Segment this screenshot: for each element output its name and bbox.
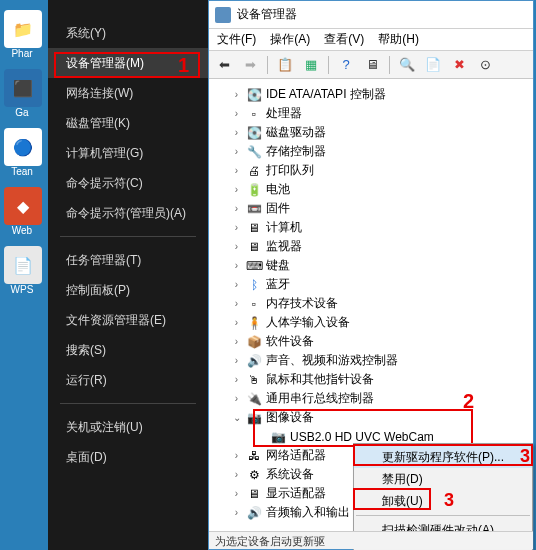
toolbar-btn[interactable]: ⊙: [474, 54, 496, 76]
desktop-icon-label: Tean: [0, 166, 44, 177]
context-menu-item[interactable]: 卸载(U): [354, 490, 532, 512]
status-bar: 为选定设备启动更新驱: [209, 531, 533, 549]
device-category-icon: 🧍: [246, 316, 262, 330]
expand-icon[interactable]: ›: [231, 336, 242, 347]
device-category-icon: 🔧: [246, 145, 262, 159]
device-tree-node[interactable]: ›🔊声音、视频和游戏控制器: [209, 351, 533, 370]
winx-menu-item[interactable]: 计算机管理(G): [48, 138, 208, 168]
scan-button[interactable]: 🔍: [396, 54, 418, 76]
device-label: 存储控制器: [266, 143, 326, 160]
menu-file[interactable]: 文件(F): [217, 31, 256, 48]
toolbar-btn[interactable]: 📋: [274, 54, 296, 76]
winx-menu-item[interactable]: 文件资源管理器(E): [48, 305, 208, 335]
expand-icon[interactable]: ›: [231, 203, 242, 214]
expand-icon[interactable]: ›: [231, 355, 242, 366]
expand-icon[interactable]: ›: [231, 279, 242, 290]
context-menu-item[interactable]: 更新驱动程序软件(P)...: [354, 446, 532, 468]
device-tree-node[interactable]: ›🔧存储控制器: [209, 142, 533, 161]
device-tree-node[interactable]: ›🔌通用串行总线控制器: [209, 389, 533, 408]
winx-menu-item[interactable]: 搜索(S): [48, 335, 208, 365]
expand-icon[interactable]: ⌄: [231, 412, 242, 423]
menu-view[interactable]: 查看(V): [324, 31, 364, 48]
menu-help[interactable]: 帮助(H): [378, 31, 419, 48]
winx-menu-item[interactable]: 关机或注销(U): [48, 412, 208, 442]
device-tree-node[interactable]: ›📼固件: [209, 199, 533, 218]
device-category-icon: ▫: [246, 107, 262, 121]
toolbar-btn[interactable]: 🖥: [361, 54, 383, 76]
device-tree-node[interactable]: ›📦软件设备: [209, 332, 533, 351]
device-label: 打印队列: [266, 162, 314, 179]
desktop-icon[interactable]: 🔵: [4, 128, 42, 166]
winx-menu-item[interactable]: 磁盘管理(K): [48, 108, 208, 138]
expand-icon[interactable]: ›: [231, 184, 242, 195]
device-label: 音频输入和输出: [266, 504, 350, 521]
toolbar-btn[interactable]: 📄: [422, 54, 444, 76]
desktop-icon-label: Web: [0, 225, 44, 236]
winx-menu-item[interactable]: 命令提示符(管理员)(A): [48, 198, 208, 228]
device-category-icon: ⚙: [246, 468, 262, 482]
device-tree-node[interactable]: ›🖱鼠标和其他指针设备: [209, 370, 533, 389]
device-tree-node[interactable]: ›🔋电池: [209, 180, 533, 199]
toolbar-btn[interactable]: ▦: [300, 54, 322, 76]
desktop-icon[interactable]: ◆: [4, 187, 42, 225]
desktop-icon[interactable]: 📁: [4, 10, 42, 48]
desktop-icon[interactable]: ⬛: [4, 69, 42, 107]
context-menu-item[interactable]: 禁用(D): [354, 468, 532, 490]
device-label: 磁盘驱动器: [266, 124, 326, 141]
desktop-icon-label: Ga: [0, 107, 44, 118]
expand-icon[interactable]: ›: [231, 127, 242, 138]
device-tree-node[interactable]: ›🖥监视器: [209, 237, 533, 256]
device-category-icon: 🔋: [246, 183, 262, 197]
expand-icon[interactable]: ›: [231, 298, 242, 309]
expand-icon[interactable]: ›: [231, 108, 242, 119]
device-category-icon: ᛒ: [246, 278, 262, 292]
forward-button[interactable]: ➡: [239, 54, 261, 76]
expand-icon[interactable]: ›: [231, 469, 242, 480]
device-label: 软件设备: [266, 333, 314, 350]
expand-icon[interactable]: ›: [231, 317, 242, 328]
help-button[interactable]: ?: [335, 54, 357, 76]
device-tree-node[interactable]: ›▫内存技术设备: [209, 294, 533, 313]
expand-icon[interactable]: ›: [231, 89, 242, 100]
device-label: 系统设备: [266, 466, 314, 483]
expand-icon[interactable]: ›: [231, 450, 242, 461]
expand-icon[interactable]: ›: [231, 488, 242, 499]
winx-menu-item[interactable]: 任务管理器(T): [48, 245, 208, 275]
titlebar[interactable]: 设备管理器: [209, 1, 533, 29]
device-tree-node[interactable]: ›💽磁盘驱动器: [209, 123, 533, 142]
winx-menu-item[interactable]: 命令提示符(C): [48, 168, 208, 198]
device-tree-node[interactable]: ›⌨键盘: [209, 256, 533, 275]
winx-menu-item[interactable]: 系统(Y): [48, 18, 208, 48]
desktop-icon[interactable]: 📄: [4, 246, 42, 284]
expand-icon[interactable]: ›: [231, 260, 242, 271]
device-category-icon: 📷: [270, 430, 286, 444]
expand-icon[interactable]: ›: [231, 374, 242, 385]
expand-icon[interactable]: ›: [231, 222, 242, 233]
menubar: 文件(F) 操作(A) 查看(V) 帮助(H): [209, 29, 533, 51]
device-category-icon: 🖱: [246, 373, 262, 387]
back-button[interactable]: ⬅: [213, 54, 235, 76]
device-category-icon: 🖥: [246, 221, 262, 235]
device-label: 图像设备: [266, 409, 314, 426]
winx-menu-item[interactable]: 运行(R): [48, 365, 208, 395]
device-tree-node[interactable]: ›🖥计算机: [209, 218, 533, 237]
device-category-icon: 📼: [246, 202, 262, 216]
winx-menu-item[interactable]: 控制面板(P): [48, 275, 208, 305]
device-tree-node[interactable]: ›▫处理器: [209, 104, 533, 123]
device-tree-node[interactable]: ›ᛒ蓝牙: [209, 275, 533, 294]
device-tree-node[interactable]: ›💽IDE ATA/ATAPI 控制器: [209, 85, 533, 104]
expand-icon[interactable]: ›: [231, 241, 242, 252]
expand-icon[interactable]: ›: [231, 393, 242, 404]
uninstall-button[interactable]: ✖: [448, 54, 470, 76]
winx-menu-item[interactable]: 设备管理器(M): [48, 48, 208, 78]
device-tree-node[interactable]: ⌄📷图像设备: [209, 408, 533, 427]
expand-icon[interactable]: ›: [231, 507, 242, 518]
winx-menu-item[interactable]: 网络连接(W): [48, 78, 208, 108]
expand-icon[interactable]: ›: [231, 165, 242, 176]
expand-icon[interactable]: ›: [231, 146, 242, 157]
device-tree-node[interactable]: ›🧍人体学输入设备: [209, 313, 533, 332]
device-tree-node[interactable]: ›🖨打印队列: [209, 161, 533, 180]
winx-menu-item[interactable]: 桌面(D): [48, 442, 208, 472]
menu-action[interactable]: 操作(A): [270, 31, 310, 48]
device-label: USB2.0 HD UVC WebCam: [290, 430, 434, 444]
